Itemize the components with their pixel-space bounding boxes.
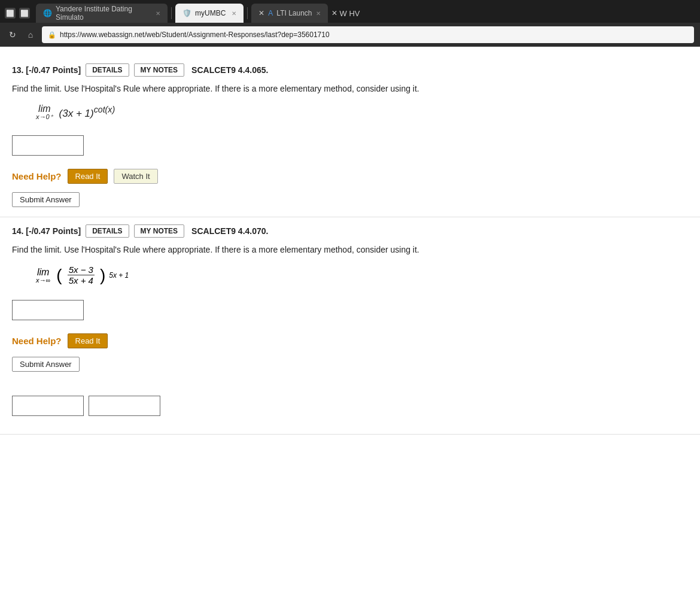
- tab-separator-2: [247, 7, 248, 19]
- tab-myumbc[interactable]: 🛡️ myUMBC ✕: [175, 4, 244, 23]
- question-14-header: 14. [-/0.47 Points] DETAILS MY NOTES SCA…: [12, 224, 688, 238]
- question-13-my-notes-button[interactable]: MY NOTES: [134, 63, 184, 77]
- question-13-scale-ref: SCALCET9 4.4.065.: [191, 65, 268, 75]
- q14-fraction-num: 5x − 3: [68, 265, 95, 275]
- tab-lti[interactable]: ✕ A LTI Launch ✕: [251, 4, 327, 23]
- question-14-submit-row: Submit Answer: [12, 357, 688, 372]
- tab-myumbc-label: myUMBC: [195, 9, 226, 17]
- page-content: 13. [-/0.47 Points] DETAILS MY NOTES SCA…: [0, 47, 700, 592]
- question-13-submit-button[interactable]: Submit Answer: [12, 192, 80, 207]
- tab-myumbc-close[interactable]: ✕: [232, 10, 236, 17]
- tab-yandere-icon: 🌐: [43, 9, 52, 17]
- question-14-my-notes-button[interactable]: MY NOTES: [134, 224, 184, 238]
- tab-lti-icon: A: [268, 9, 273, 17]
- url-text: https://www.webassign.net/web/Student/As…: [60, 31, 330, 39]
- tab-hv-x: ✕: [331, 9, 337, 17]
- q14-math-sup: 5x + 1: [109, 271, 129, 280]
- question-13-need-help-row: Need Help? Read It Watch It: [12, 169, 688, 184]
- question-13-watch-it-button[interactable]: Watch It: [114, 169, 157, 184]
- browser-chrome: ⬜ ⬜ 🌐 Yandere Institute Dating Simulato …: [0, 0, 700, 47]
- question-13-answer-area: [12, 129, 688, 164]
- question-13-need-help-label: Need Help?: [12, 171, 62, 181]
- q14-paren-open: (: [56, 267, 62, 284]
- q13-lim-notation: lim x→0⁺: [36, 104, 53, 121]
- question-14-number: 14. [-/0.47 Points]: [12, 226, 81, 236]
- tab-hv-label: W HV: [340, 9, 360, 18]
- window-icon-2[interactable]: ⬜: [19, 8, 30, 19]
- question-13-number: 13. [-/0.47 Points]: [12, 65, 81, 75]
- question-14-extra-input-2[interactable]: [89, 396, 160, 416]
- q13-math-expr: (3x + 1)cot(x): [59, 105, 115, 120]
- q13-math-sup: cot(x): [94, 105, 115, 114]
- question-14-bottom-inputs: [12, 390, 688, 424]
- q13-lim-sub: x→0⁺: [36, 113, 53, 121]
- home-button[interactable]: ⌂: [24, 28, 37, 41]
- lock-icon: 🔒: [48, 31, 56, 39]
- question-14-scale-ref: SCALCET9 4.4.070.: [191, 226, 268, 236]
- address-bar-row: ↻ ⌂ 🔒 https://www.webassign.net/web/Stud…: [0, 23, 700, 47]
- question-13-math: lim x→0⁺ (3x + 1)cot(x): [36, 104, 688, 121]
- tab-hv-area: ✕ W HV: [331, 9, 360, 18]
- window-icon-1[interactable]: ⬜: [5, 8, 16, 19]
- tab-lti-x: ✕: [258, 9, 264, 17]
- question-14-math: lim x→∞ ( 5x − 3 5x + 4 ) 5x + 1: [36, 265, 688, 286]
- tab-lti-close[interactable]: ✕: [316, 10, 321, 17]
- tab-yandere[interactable]: 🌐 Yandere Institute Dating Simulato ✕: [36, 4, 168, 23]
- question-14-need-help-row: Need Help? Read It: [12, 333, 688, 348]
- q14-lim-sub: x→∞: [36, 277, 50, 284]
- browser-controls: ⬜ ⬜: [5, 8, 30, 19]
- question-13-header: 13. [-/0.47 Points] DETAILS MY NOTES SCA…: [12, 63, 688, 77]
- question-14-block: 14. [-/0.47 Points] DETAILS MY NOTES SCA…: [0, 217, 700, 435]
- q14-fraction: 5x − 3 5x + 4: [68, 265, 95, 286]
- tab-yandere-close[interactable]: ✕: [156, 10, 160, 17]
- question-13-answer-input[interactable]: [12, 135, 84, 156]
- question-14-answer-area: [12, 294, 688, 329]
- question-14-submit-button[interactable]: Submit Answer: [12, 357, 80, 372]
- question-13-read-it-button[interactable]: Read It: [68, 169, 108, 184]
- question-14-need-help-label: Need Help?: [12, 336, 62, 346]
- q14-paren-close: ): [100, 267, 105, 284]
- question-13-block: 13. [-/0.47 Points] DETAILS MY NOTES SCA…: [0, 56, 700, 217]
- tab-bar: ⬜ ⬜ 🌐 Yandere Institute Dating Simulato …: [0, 0, 700, 23]
- question-14-answer-input[interactable]: [12, 300, 84, 320]
- question-13-details-button[interactable]: DETAILS: [86, 63, 129, 77]
- question-13-instruction: Find the limit. Use l'Hospital's Rule wh…: [12, 83, 688, 95]
- tab-myumbc-icon: 🛡️: [182, 9, 191, 17]
- tab-separator-1: [171, 7, 172, 19]
- question-14-instruction: Find the limit. Use l'Hospital's Rule wh…: [12, 244, 688, 256]
- q14-lim-notation: lim x→∞: [36, 267, 50, 284]
- question-14-extra-input-1[interactable]: [12, 396, 84, 416]
- tab-lti-label: LTI Launch: [276, 9, 312, 17]
- q14-fraction-den: 5x + 4: [68, 275, 95, 286]
- question-14-read-it-button[interactable]: Read It: [68, 333, 108, 348]
- question-14-details-button[interactable]: DETAILS: [86, 224, 129, 238]
- question-13-submit-row: Submit Answer: [12, 192, 688, 207]
- address-bar[interactable]: 🔒 https://www.webassign.net/web/Student/…: [42, 26, 694, 43]
- tab-yandere-label: Yandere Institute Dating Simulato: [56, 5, 150, 22]
- back-button[interactable]: ↻: [6, 28, 19, 41]
